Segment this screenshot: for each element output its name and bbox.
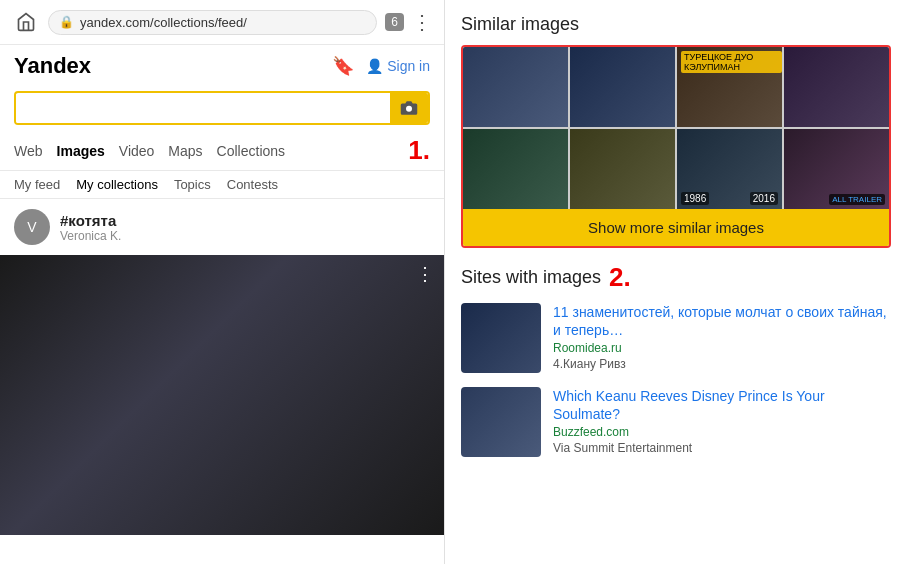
site-info-2: Which Keanu Reeves Disney Prince Is Your…: [553, 387, 891, 457]
similar-image-6[interactable]: [570, 129, 675, 209]
user-icon: 👤: [366, 58, 383, 74]
tab-collections[interactable]: Collections: [217, 141, 285, 161]
tab-web[interactable]: Web: [14, 141, 43, 161]
site-link-2[interactable]: Which Keanu Reeves Disney Prince Is Your…: [553, 387, 891, 423]
browser-menu-button[interactable]: ⋮: [412, 10, 432, 34]
sub-nav: My feed My collections Topics Contests: [0, 171, 444, 199]
svg-point-0: [406, 106, 412, 112]
tab-images[interactable]: Images: [57, 141, 105, 161]
left-panel: 🔒 yandex.com/collections/feed/ 6 ⋮ Yande…: [0, 0, 445, 564]
search-input[interactable]: [16, 94, 390, 123]
similar-image-8[interactable]: ALL TRAILER: [784, 129, 889, 209]
year-badge-1986: 1986: [681, 192, 709, 205]
collection-info: #котята Veronica K.: [60, 212, 121, 243]
sub-nav-my-collections[interactable]: My collections: [76, 177, 158, 192]
similar-image-5[interactable]: [463, 129, 568, 209]
home-button[interactable]: [12, 8, 40, 36]
collection-name: #котята: [60, 212, 121, 229]
similar-images-title: Similar images: [461, 14, 891, 35]
yandex-logo: Yandex: [14, 53, 91, 79]
camera-search-button[interactable]: [390, 93, 428, 123]
feed-image-bg: [0, 255, 444, 535]
sub-nav-my-feed[interactable]: My feed: [14, 177, 60, 192]
avatar: V: [14, 209, 50, 245]
site-desc-2: Via Summit Entertainment: [553, 441, 891, 455]
site-item-1: 11 знаменитостей, которые молчат о своих…: [461, 303, 891, 373]
similar-image-1[interactable]: [463, 47, 568, 127]
search-bar-wrapper: [0, 87, 444, 131]
sign-in-button[interactable]: 👤 Sign in: [366, 58, 430, 74]
step-1-label: 1.: [408, 135, 430, 166]
browser-top-bar: 🔒 yandex.com/collections/feed/ 6 ⋮: [0, 0, 444, 45]
header-icons: 🔖 👤 Sign in: [332, 55, 430, 77]
bookmark-icon[interactable]: 🔖: [332, 55, 354, 77]
site-link-1[interactable]: 11 знаменитостей, которые молчат о своих…: [553, 303, 891, 339]
site-domain-1: Roomidea.ru: [553, 341, 891, 355]
site-info-1: 11 знаменитостей, которые молчат о своих…: [553, 303, 891, 373]
site-domain-2: Buzzfeed.com: [553, 425, 891, 439]
feed-image: ⋮: [0, 255, 444, 535]
similar-image-4[interactable]: [784, 47, 889, 127]
image-overlay-text: ТУРЕЦКОЕ ДУО КЭЛУПИМАН: [681, 51, 782, 73]
yandex-header: Yandex 🔖 👤 Sign in: [0, 45, 444, 87]
similar-images-grid: ТУРЕЦКОЕ ДУО КЭЛУПИМАН 1986 2016 ALL TRA…: [463, 47, 889, 209]
sites-with-images-title: Sites with images 2.: [461, 262, 891, 293]
search-bar: [14, 91, 430, 125]
feed-content: V #котята Veronica K. ⋮: [0, 199, 444, 564]
tab-count-badge[interactable]: 6: [385, 13, 404, 31]
step-2-label: 2.: [609, 262, 631, 293]
nav-tabs: Web Images Video Maps Collections 1.: [0, 131, 444, 171]
tab-maps[interactable]: Maps: [168, 141, 202, 161]
collection-user: Veronica K.: [60, 229, 121, 243]
trailer-badge: ALL TRAILER: [829, 194, 885, 205]
url-bar[interactable]: 🔒 yandex.com/collections/feed/: [48, 10, 377, 35]
show-more-similar-button[interactable]: Show more similar images: [463, 209, 889, 246]
tab-video[interactable]: Video: [119, 141, 155, 161]
similar-image-3[interactable]: ТУРЕЦКОЕ ДУО КЭЛУПИМАН: [677, 47, 782, 127]
sub-nav-contests[interactable]: Contests: [227, 177, 278, 192]
site-desc-1: 4.Киану Ривз: [553, 357, 891, 371]
feed-image-menu[interactable]: ⋮: [416, 263, 434, 285]
lock-icon: 🔒: [59, 15, 74, 29]
right-panel: Similar images ТУРЕЦКОЕ ДУО КЭЛУПИМАН 19…: [445, 0, 907, 564]
site-item-2: Which Keanu Reeves Disney Prince Is Your…: [461, 387, 891, 457]
similar-image-7[interactable]: 1986 2016: [677, 129, 782, 209]
site-thumb-2: [461, 387, 541, 457]
collection-header: V #котята Veronica K.: [0, 199, 444, 255]
sub-nav-topics[interactable]: Topics: [174, 177, 211, 192]
sites-with-images-section: Sites with images 2. 11 знаменитостей, к…: [461, 262, 891, 457]
site-thumb-1: [461, 303, 541, 373]
url-text: yandex.com/collections/feed/: [80, 15, 366, 30]
year-badge-2016: 2016: [750, 192, 778, 205]
similar-image-2[interactable]: [570, 47, 675, 127]
similar-images-box: ТУРЕЦКОЕ ДУО КЭЛУПИМАН 1986 2016 ALL TRA…: [461, 45, 891, 248]
